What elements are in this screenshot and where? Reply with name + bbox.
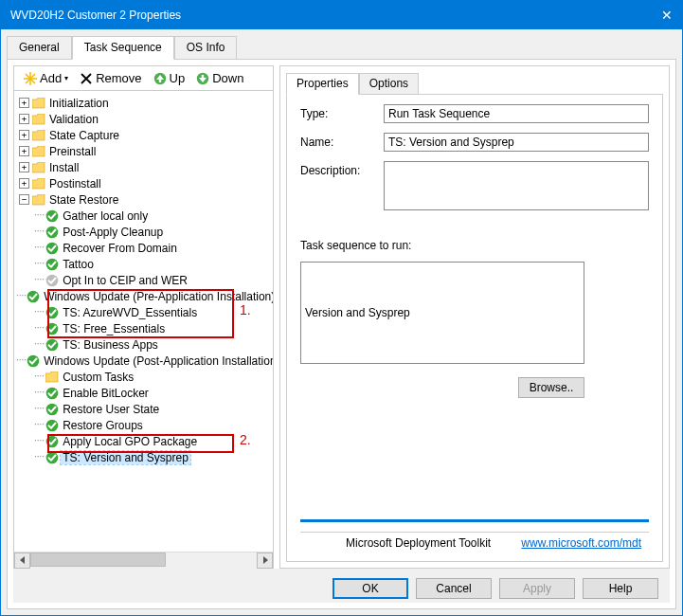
help-button[interactable]: Help (583, 578, 658, 599)
check-icon (45, 402, 59, 416)
sequence-label: Task sequence to run: (300, 239, 649, 252)
folderSmall-icon (45, 370, 59, 384)
mdt-link[interactable]: www.microsoft.com/mdt (521, 536, 641, 550)
tree-node[interactable]: +State Capture (16, 127, 271, 143)
task-tree[interactable]: +Initialization+Validation+State Capture… (14, 91, 273, 552)
properties-window: WVD20H2 Customer 2 Properties ✕ General … (0, 0, 683, 616)
accent-bar (300, 519, 649, 522)
tree-node[interactable]: ····Restore User State (16, 401, 271, 417)
tab-options[interactable]: Options (359, 73, 419, 95)
tree-toggle[interactable]: + (19, 178, 29, 189)
tree-node[interactable]: ····Apply Local GPO Package (16, 433, 271, 449)
tree-label: Post-Apply Cleanup (61, 226, 165, 239)
tree-node[interactable]: +Initialization (16, 95, 271, 111)
check-icon (27, 353, 40, 368)
tree-toggle[interactable]: + (19, 130, 29, 140)
tree-node[interactable]: ····TS: AzureWVD_Essentials (16, 304, 271, 320)
tree-connector: ···· (34, 387, 45, 397)
tree-node[interactable]: ····Gather local only (16, 208, 271, 224)
tree-node[interactable]: +Postinstall (16, 175, 271, 191)
properties-pane: Properties Options Type: Name: Descripti… (279, 65, 670, 569)
add-button[interactable]: Add ▾ (20, 70, 72, 86)
tab-os-info[interactable]: OS Info (174, 36, 238, 60)
apply-button: Apply (499, 578, 575, 599)
burst-icon (24, 72, 37, 85)
tree-toggle[interactable]: + (19, 114, 29, 124)
tree-node[interactable]: ····Windows Update (Pre-Application Inst… (16, 288, 271, 304)
x-icon (80, 72, 93, 85)
tree-label: Opt In to CEIP and WER (61, 274, 189, 287)
chevron-down-icon: ▾ (64, 74, 68, 82)
sequence-field[interactable] (300, 262, 584, 364)
dialog-button-bar: OK Cancel Apply Help (13, 569, 670, 603)
tree-node[interactable]: ····Tattoo (16, 256, 271, 272)
arrow-up-icon (153, 72, 167, 85)
horizontal-scrollbar[interactable] (14, 552, 273, 568)
type-field (384, 104, 649, 123)
titlebar[interactable]: WVD20H2 Customer 2 Properties ✕ (1, 1, 682, 29)
tree-node[interactable]: ····Post-Apply Cleanup (16, 224, 271, 240)
tree-node[interactable]: ····Recover From Domain (16, 240, 271, 256)
tree-label: Apply Local GPO Package (61, 435, 199, 448)
scroll-right-icon[interactable] (257, 553, 273, 569)
tree-node[interactable]: ····Enable BitLocker (16, 385, 271, 401)
check-icon (27, 289, 40, 303)
tree-label: State Restore (47, 193, 120, 207)
tree-label: State Capture (47, 129, 121, 142)
tree-label: Validation (47, 113, 100, 126)
browse-button[interactable]: Browse.. (518, 377, 584, 398)
tree-connector: ···· (16, 290, 27, 300)
brand-label: Microsoft Deployment Toolkit (346, 536, 491, 550)
tree-toggle[interactable]: + (19, 98, 29, 108)
tree-node[interactable]: ····Windows Update (Post-Application Ins… (16, 353, 271, 369)
remove-button[interactable]: Remove (76, 70, 145, 86)
folder-icon (31, 192, 45, 207)
ok-button[interactable]: OK (333, 578, 408, 599)
description-field[interactable] (384, 161, 649, 210)
check-icon (45, 241, 59, 255)
down-button[interactable]: Down (192, 70, 247, 86)
gray-icon (45, 273, 59, 287)
tab-task-sequence[interactable]: Task Sequence (72, 36, 174, 60)
close-icon[interactable]: ✕ (661, 8, 673, 23)
tree-node[interactable]: ····Custom Tasks (16, 369, 271, 385)
name-label: Name: (300, 133, 376, 149)
tree-label: TS: AzureWVD_Essentials (61, 306, 199, 319)
check-icon (45, 450, 59, 464)
tree-connector: ···· (16, 354, 27, 365)
tree-node[interactable]: ····TS: Business Apps (16, 336, 271, 353)
tree-connector: ···· (34, 258, 45, 268)
tab-properties[interactable]: Properties (286, 73, 359, 95)
tree-label: Preinstall (47, 145, 98, 158)
tree-connector: ···· (34, 371, 45, 381)
window-title: WVD20H2 Customer 2 Properties (10, 9, 181, 22)
tree-label: Install (47, 161, 81, 174)
tree-node[interactable]: ····Restore Groups (16, 417, 271, 433)
cancel-button[interactable]: Cancel (416, 578, 492, 599)
tree-toggle[interactable]: − (19, 194, 29, 205)
up-button[interactable]: Up (150, 70, 189, 86)
folder-icon (31, 160, 45, 174)
tree-node[interactable]: +Preinstall (16, 143, 271, 159)
tree-node[interactable]: ····TS: Version and Sysprep (16, 449, 271, 465)
tree-toggle[interactable]: + (19, 162, 29, 172)
tree-node[interactable]: −State Restore (16, 191, 271, 208)
tree-node[interactable]: ····Opt In to CEIP and WER (16, 272, 271, 288)
folder-icon (31, 144, 45, 158)
tree-connector: ···· (34, 338, 45, 349)
check-icon (45, 434, 59, 448)
scroll-thumb[interactable] (30, 553, 166, 567)
tree-node[interactable]: +Validation (16, 111, 271, 127)
name-field[interactable] (384, 133, 649, 152)
tree-label: TS: Business Apps (61, 338, 160, 352)
tree-connector: ···· (34, 451, 45, 462)
tree-toggle[interactable]: + (19, 146, 29, 156)
tree-label: Restore Groups (61, 419, 145, 432)
scroll-left-icon[interactable] (14, 553, 30, 569)
tree-node[interactable]: ····TS: Free_Essentials (16, 320, 271, 336)
tab-general[interactable]: General (7, 36, 72, 60)
folder-icon (31, 96, 45, 110)
scroll-track[interactable] (30, 553, 257, 569)
add-label: Add (40, 71, 62, 85)
tree-node[interactable]: +Install (16, 159, 271, 175)
